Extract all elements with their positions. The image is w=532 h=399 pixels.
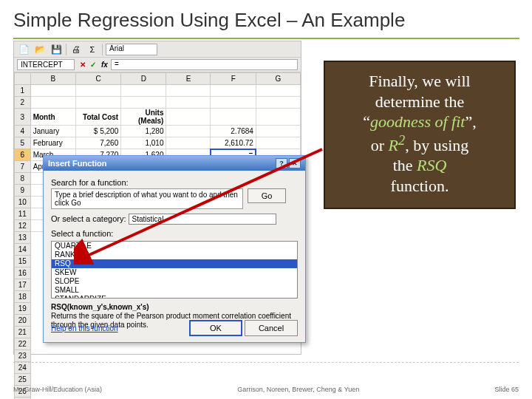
cell[interactable] <box>30 97 75 109</box>
sigma-icon[interactable]: Σ <box>86 43 99 56</box>
row-header[interactable]: 13 <box>15 232 31 244</box>
cancel-button[interactable]: Cancel <box>245 320 298 336</box>
slide-footer: Mc.Graw-Hill/Education (Asia) Garrison, … <box>0 386 532 393</box>
cell[interactable] <box>256 109 300 126</box>
column-header[interactable] <box>15 73 31 85</box>
cell[interactable]: 7,260 <box>76 137 121 149</box>
row-header[interactable]: 21 <box>15 327 31 338</box>
ok-button[interactable]: OK <box>189 320 242 336</box>
column-header[interactable]: D <box>121 73 166 85</box>
cell[interactable]: 2,610.72 <box>211 137 256 149</box>
insert-function-dialog: Insert Function ? ✕ Search for a functio… <box>43 155 306 343</box>
function-option[interactable]: SKEW <box>52 268 297 277</box>
cell[interactable] <box>166 85 211 97</box>
help-link[interactable]: Help on this function <box>51 324 118 332</box>
cell[interactable] <box>121 85 166 97</box>
cell[interactable] <box>211 97 256 109</box>
function-option[interactable]: SMALL <box>52 286 297 295</box>
callout-text: determine the <box>375 92 464 111</box>
row-header[interactable]: 5 <box>15 137 31 149</box>
cell[interactable] <box>166 126 211 137</box>
cell[interactable] <box>211 109 256 126</box>
function-option[interactable]: RSQ <box>52 259 297 268</box>
function-option[interactable]: SLOPE <box>52 277 297 286</box>
column-header[interactable]: C <box>76 73 121 85</box>
name-box[interactable]: INTERCEPT <box>17 59 75 70</box>
row-header[interactable]: 23 <box>15 350 31 362</box>
row-header[interactable]: 17 <box>15 279 31 291</box>
dialog-title: Insert Function <box>48 159 106 168</box>
help-icon[interactable]: ? <box>276 158 287 168</box>
column-header[interactable]: G <box>256 73 300 85</box>
column-header[interactable]: E <box>166 73 211 85</box>
print-icon[interactable] <box>69 43 83 56</box>
font-name-box[interactable]: Arial <box>106 44 157 55</box>
cell[interactable] <box>256 85 300 97</box>
open-icon[interactable] <box>33 43 47 56</box>
cell[interactable]: $ 5,200 <box>76 126 121 137</box>
column-header[interactable]: B <box>30 73 75 85</box>
row-header[interactable]: 14 <box>15 244 31 256</box>
fx-icon[interactable]: fx <box>98 61 111 69</box>
save-icon[interactable] <box>50 43 63 56</box>
cell[interactable] <box>166 109 211 126</box>
cell[interactable]: Total Cost <box>76 109 121 126</box>
callout-emph: RSQ <box>417 156 446 174</box>
function-listbox[interactable]: QUARTILERANKRSQSKEWSLOPESMALLSTANDARDIZE <box>51 241 298 299</box>
row-header[interactable]: 24 <box>15 362 31 374</box>
row-header[interactable]: 2 <box>15 97 31 109</box>
cell[interactable]: Units (Meals) <box>121 109 166 126</box>
callout-text: “ <box>363 112 370 131</box>
cell[interactable] <box>121 97 166 109</box>
row-header[interactable]: 6 <box>15 149 31 161</box>
function-option[interactable]: QUARTILE <box>52 242 297 250</box>
go-button[interactable]: Go <box>248 188 286 203</box>
footer-divider <box>13 362 519 363</box>
cancel-formula-icon[interactable]: ✕ <box>78 61 88 69</box>
function-option[interactable]: RANK <box>52 250 297 259</box>
cell[interactable]: 2.7684 <box>211 126 256 137</box>
row-header[interactable]: 7 <box>15 161 31 173</box>
row-header[interactable]: 3 <box>15 109 31 126</box>
cell[interactable]: January <box>30 126 75 137</box>
row-header[interactable]: 16 <box>15 267 31 279</box>
toolbar: Σ Arial <box>14 41 301 58</box>
row-header[interactable]: 10 <box>15 197 31 208</box>
formula-bar[interactable]: = <box>111 59 298 70</box>
row-header[interactable]: 20 <box>15 315 31 327</box>
row-header[interactable]: 18 <box>15 291 31 303</box>
cell[interactable]: Month <box>30 109 75 126</box>
row-header[interactable]: 8 <box>15 173 31 185</box>
cell[interactable]: 1,010 <box>121 137 166 149</box>
cell[interactable] <box>76 85 121 97</box>
column-header[interactable]: F <box>211 73 256 85</box>
row-header[interactable]: 15 <box>15 256 31 267</box>
cell[interactable] <box>256 126 300 137</box>
accept-formula-icon[interactable]: ✓ <box>88 61 98 69</box>
function-option[interactable]: STANDARDIZE <box>52 295 297 299</box>
dialog-titlebar: Insert Function ? ✕ <box>44 156 305 171</box>
cell[interactable] <box>211 85 256 97</box>
new-icon[interactable] <box>17 43 30 56</box>
row-header[interactable]: 9 <box>15 185 31 197</box>
cell[interactable] <box>166 97 211 109</box>
close-icon[interactable]: ✕ <box>289 158 301 168</box>
cell[interactable] <box>76 97 121 109</box>
row-header[interactable]: 25 <box>15 374 31 386</box>
row-header[interactable]: 1 <box>15 85 31 97</box>
cell[interactable] <box>256 137 300 149</box>
callout-text: the <box>393 156 417 174</box>
category-select[interactable]: Statistical <box>129 214 276 225</box>
cell[interactable] <box>256 97 300 109</box>
cell[interactable]: February <box>30 137 75 149</box>
search-input[interactable]: Type a brief description of what you wan… <box>51 188 243 209</box>
row-header[interactable]: 4 <box>15 126 31 137</box>
row-header[interactable]: 12 <box>15 220 31 232</box>
row-header[interactable]: 22 <box>15 338 31 350</box>
cell[interactable]: 1,280 <box>121 126 166 137</box>
row-header[interactable]: 19 <box>15 303 31 315</box>
cell[interactable] <box>166 137 211 149</box>
cell[interactable] <box>30 85 75 97</box>
callout-box: Finally, we will determine the “goodness… <box>324 61 516 209</box>
row-header[interactable]: 11 <box>15 208 31 220</box>
